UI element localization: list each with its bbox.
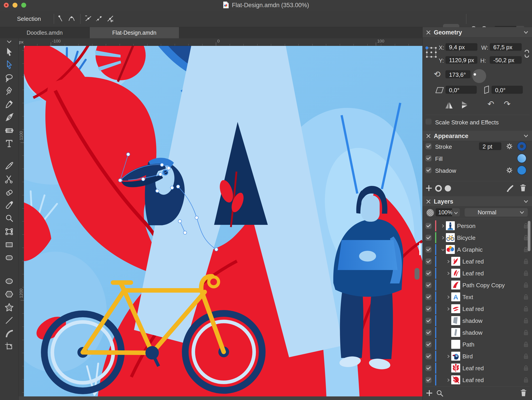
layer-thumbnail[interactable] (451, 352, 460, 361)
layer-disclosure-chevron-icon[interactable] (441, 248, 445, 252)
layer-row[interactable]: Leaf red (423, 303, 532, 315)
skew-vertical-field[interactable]: 0,0° (492, 86, 523, 94)
smooth-point-tool-icon[interactable] (67, 13, 76, 25)
layer-thumbnail[interactable] (451, 328, 460, 337)
y-field[interactable]: 1120,9 px (445, 56, 477, 64)
tab-doodles[interactable]: Doodles.amdn (0, 27, 89, 38)
layer-row[interactable]: Person (423, 220, 532, 232)
zoom-tool[interactable] (4, 213, 14, 224)
polygon-tool[interactable] (4, 289, 14, 299)
shadow-color-swatch[interactable] (517, 165, 527, 175)
fill-checkbox[interactable] (425, 155, 431, 161)
line-tool[interactable] (4, 315, 14, 325)
appearance-section-header[interactable]: Appearance (423, 131, 532, 141)
scissors-tool[interactable] (4, 174, 14, 184)
layer-thumbnail[interactable] (451, 257, 460, 266)
layer-row[interactable]: Path Copy Copy (423, 279, 532, 291)
layer-name[interactable]: Text (462, 294, 473, 301)
close-section-icon[interactable] (426, 133, 431, 139)
layer-thumbnail[interactable] (451, 269, 460, 278)
layer-name[interactable]: Bird (462, 353, 473, 360)
eraser-tool[interactable] (4, 187, 14, 197)
layer-thumbnail[interactable] (451, 280, 460, 290)
layers-scrollbar-thumb[interactable] (528, 221, 530, 251)
layer-thumbnail[interactable] (451, 340, 460, 349)
layer-name[interactable]: shadow (462, 317, 482, 324)
rotation-knob[interactable] (472, 69, 486, 83)
layer-visibility-checkbox[interactable] (425, 223, 431, 229)
add-appearance-button[interactable] (425, 184, 433, 193)
layer-row[interactable]: shadow (423, 315, 532, 327)
layer-disclosure-chevron-icon[interactable] (441, 236, 445, 240)
lock-icon[interactable] (523, 330, 529, 337)
h-field[interactable]: -50,2 px (490, 56, 522, 64)
layer-row[interactable]: shadow (423, 327, 532, 338)
layer-visibility-checkbox[interactable] (425, 341, 431, 347)
canvas-scrollbar-thumb[interactable] (415, 268, 419, 280)
lock-icon[interactable] (523, 258, 529, 266)
rotate-right-button[interactable]: ↷ (502, 99, 512, 109)
layer-visibility-checkbox[interactable] (425, 235, 431, 241)
gradient-tool[interactable] (4, 125, 14, 136)
layer-name[interactable]: Leaf red (462, 258, 484, 265)
reference-point-grid[interactable] (425, 46, 438, 60)
canvas-scroll-indicator[interactable] (419, 243, 421, 255)
geometry-section-header[interactable]: Geometry (423, 27, 532, 38)
layer-visibility-checkbox[interactable] (425, 306, 431, 312)
layer-thumbnail[interactable] (451, 375, 460, 384)
layer-row[interactable]: Leaf red (423, 362, 532, 374)
layer-name[interactable]: Leaf red (462, 270, 484, 277)
scale-stroke-checkbox[interactable] (425, 119, 431, 125)
cleanup-brush-icon[interactable] (506, 184, 514, 193)
chevron-down-icon[interactable] (523, 31, 529, 35)
shadow-checkbox[interactable] (425, 167, 431, 173)
layer-name[interactable]: Leaf red (462, 377, 484, 384)
star-tool[interactable] (4, 302, 14, 312)
rectangle-tool[interactable] (4, 240, 14, 250)
pen-tool[interactable] (4, 86, 14, 96)
layer-disclosure-chevron-icon[interactable] (446, 378, 450, 382)
chevron-down-icon[interactable] (523, 200, 529, 204)
layer-thumbnail[interactable] (446, 221, 455, 230)
canvas[interactable] (24, 46, 422, 396)
layer-visibility-checkbox[interactable] (425, 247, 431, 253)
selection-tool[interactable] (4, 60, 14, 70)
layer-row[interactable]: AA Graphic (423, 244, 532, 255)
layer-row[interactable]: Leaf red (423, 374, 532, 386)
close-section-icon[interactable] (426, 30, 431, 36)
layer-row[interactable]: Bird (423, 350, 532, 362)
layer-visibility-checkbox[interactable] (425, 270, 431, 276)
remove-anchor-tool-icon[interactable] (83, 13, 93, 25)
flip-vertical-button[interactable] (460, 101, 470, 110)
layer-name[interactable]: A Graphic (457, 246, 482, 253)
w-field[interactable]: 67,5 px (490, 43, 522, 51)
layer-name[interactable]: Leaf red (462, 306, 484, 312)
layer-visibility-checkbox[interactable] (425, 282, 431, 288)
chevron-down-icon[interactable] (523, 134, 529, 139)
layer-name[interactable]: Leaf red (462, 365, 484, 372)
layer-disclosure-chevron-icon[interactable] (441, 224, 445, 228)
layer-name[interactable]: Path Copy Copy (462, 282, 505, 289)
flip-horizontal-button[interactable] (444, 101, 454, 110)
eyedropper-tool[interactable] (4, 200, 14, 210)
text-tool[interactable] (4, 138, 14, 149)
lock-icon[interactable] (523, 306, 529, 313)
lock-icon[interactable] (523, 282, 529, 289)
lock-icon[interactable] (523, 377, 529, 384)
rotate-left-button[interactable]: ↶ (486, 99, 496, 109)
transform-tool[interactable] (4, 226, 14, 237)
draw-tool[interactable] (4, 99, 14, 109)
layer-thumbnail[interactable] (451, 363, 460, 373)
layer-row[interactable]: AText (423, 291, 532, 303)
width-tool[interactable] (4, 112, 14, 122)
layer-visibility-checkbox[interactable] (425, 258, 431, 264)
x-field[interactable]: 9,4 px (445, 43, 477, 51)
close-section-icon[interactable] (426, 199, 431, 205)
layer-thumbnail[interactable] (446, 233, 455, 242)
stroke-checkbox[interactable] (425, 143, 431, 149)
lock-icon[interactable] (523, 365, 529, 372)
layer-thumbnail[interactable]: A (446, 245, 455, 254)
layer-row[interactable]: Path (423, 338, 532, 350)
layer-row[interactable]: Bicycle (423, 232, 532, 244)
stroke-color-swatch[interactable] (517, 141, 527, 152)
